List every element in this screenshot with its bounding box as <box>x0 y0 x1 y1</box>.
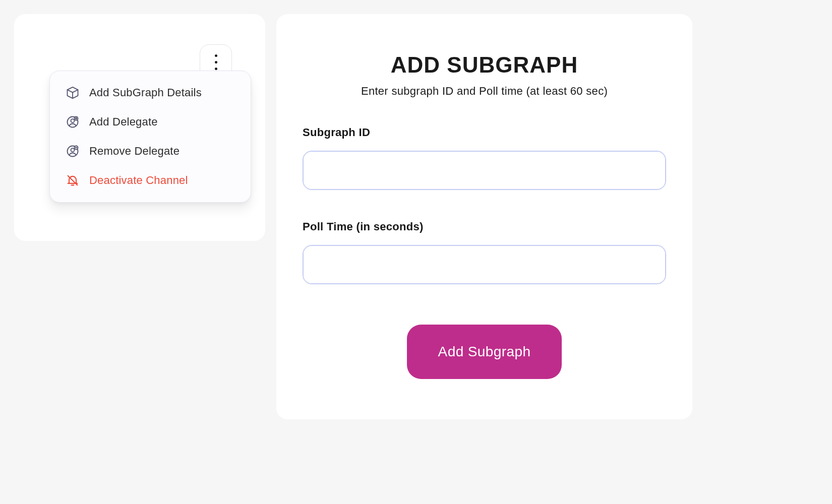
poll-time-input[interactable] <box>303 245 666 284</box>
menu-item-add-delegate[interactable]: Add Delegate <box>58 107 243 137</box>
menu-item-label: Add Delegate <box>89 115 158 129</box>
user-plus-icon <box>65 114 80 130</box>
options-popover: Add SubGraph Details Add Delegate <box>49 71 251 203</box>
panel-subtitle: Enter subgraph ID and Poll time (at leas… <box>361 85 608 98</box>
menu-item-deactivate-channel[interactable]: Deactivate Channel <box>58 166 243 195</box>
menu-item-remove-delegate[interactable]: Remove Delegate <box>58 137 243 166</box>
svg-point-1 <box>71 119 75 122</box>
bell-off-icon <box>65 173 80 188</box>
add-subgraph-form: Subgraph ID Poll Time (in seconds) <box>303 126 666 284</box>
panel-title: ADD SUBGRAPH <box>391 52 578 78</box>
svg-point-4 <box>71 148 75 152</box>
subgraph-id-input[interactable] <box>303 151 666 190</box>
subgraph-id-label: Subgraph ID <box>303 126 666 139</box>
menu-item-label: Add SubGraph Details <box>89 86 202 99</box>
add-subgraph-button[interactable]: Add Subgraph <box>407 325 562 379</box>
cube-icon <box>65 85 80 100</box>
poll-time-label: Poll Time (in seconds) <box>303 220 666 233</box>
channel-card: Add SubGraph Details Add Delegate <box>14 14 265 241</box>
add-subgraph-panel: ADD SUBGRAPH Enter subgraph ID and Poll … <box>276 14 692 419</box>
user-minus-icon <box>65 144 80 159</box>
menu-item-label: Remove Delegate <box>89 145 180 158</box>
menu-item-add-subgraph[interactable]: Add SubGraph Details <box>58 78 243 107</box>
menu-item-label: Deactivate Channel <box>89 174 188 187</box>
